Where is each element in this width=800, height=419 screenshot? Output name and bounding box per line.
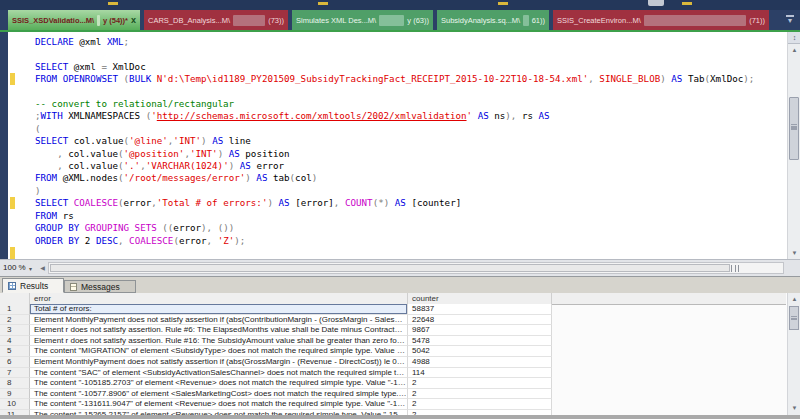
scroll-up-icon[interactable]: ▲ <box>788 294 800 305</box>
code-line: SELECT @xml = XmlDoc <box>35 61 754 73</box>
error-cell[interactable]: Element MonthlyPayment does not satisfy … <box>30 315 408 326</box>
result-row-5[interactable]: 5The content "MIGRATION" of element <Sub… <box>0 346 786 357</box>
counter-cell[interactable]: 2 <box>408 389 552 400</box>
tab-suffix: y (54))* <box>103 16 128 25</box>
error-cell[interactable]: The content "MIGRATION" of element <Subs… <box>30 346 408 357</box>
code-line: ;WITH XMLNAMESPACES ('http://schemas.mic… <box>35 110 754 122</box>
error-cell[interactable]: The content "-131611.9047" of element <R… <box>30 399 408 410</box>
row-number[interactable]: 10 <box>0 399 30 410</box>
tab-title: SSIS_CreateEnviron...M\ <box>557 16 641 25</box>
column-header-error[interactable]: error <box>30 293 408 304</box>
error-cell[interactable]: The content "-105185.2703" of element <R… <box>30 378 408 389</box>
close-icon[interactable]: x <box>131 16 136 25</box>
tab-messages[interactable]: Messages <box>64 280 136 293</box>
tab-title: SSIS_XSDValidatio...M\ <box>12 16 94 25</box>
scroll-left-icon[interactable]: ◀ <box>38 263 47 274</box>
row-number-header[interactable] <box>0 293 30 304</box>
results-pane-tabbar: Results Messages <box>0 276 800 293</box>
tab-title: Simulates XML Des...M\ <box>296 16 376 25</box>
tab-suffix: (73)) <box>268 16 284 25</box>
result-row-6[interactable]: 6Element MonthlyPayment does not satisfy… <box>0 357 786 368</box>
document-tab-2[interactable]: CARS_DB_Analysis...M\(73)) <box>144 10 288 30</box>
code-line: FROM @XML.nodes('/root/messages/error') … <box>35 172 754 184</box>
row-number[interactable]: 4 <box>0 336 30 347</box>
row-number[interactable]: 5 <box>0 346 30 357</box>
counter-cell[interactable]: 22648 <box>408 315 552 326</box>
result-row-10[interactable]: 10The content "-131611.9047" of element … <box>0 399 786 410</box>
code-line: FROM rs <box>35 210 754 222</box>
ssms-window: SSIS_XSDValidatio...M\y (54))*xCARS_DB_A… <box>0 0 800 419</box>
row-number[interactable]: 3 <box>0 325 30 336</box>
row-number[interactable]: 6 <box>0 357 30 368</box>
code-line: ( <box>35 123 754 135</box>
scroll-down-icon[interactable]: ▼ <box>788 403 800 414</box>
result-row-9[interactable]: 9The content "-10577.8906" of element <S… <box>0 389 786 400</box>
counter-cell[interactable]: 5042 <box>408 346 552 357</box>
window-top-bar <box>0 0 800 10</box>
grid-scrollbar-thumb[interactable] <box>789 306 799 330</box>
tab-suffix: 61)) <box>532 16 545 25</box>
redacted-text <box>233 15 265 26</box>
error-cell[interactable]: Element r does not satisfy assertion. Ru… <box>30 336 408 347</box>
code-line: -- convert to relational/rectangular <box>35 98 754 110</box>
row-number[interactable]: 8 <box>0 378 30 389</box>
sql-code-text[interactable]: DECLARE @xml XML; SELECT @xml = XmlDocFR… <box>0 32 754 259</box>
code-line: SELECT col.value('@line','INT') AS line <box>35 135 754 147</box>
hscrollbar-thumb[interactable] <box>50 264 730 272</box>
grid-vertical-scrollbar[interactable]: ▲ ▼ <box>787 293 800 419</box>
error-cell[interactable]: The content "SAC" of element <SubsidyAct… <box>30 368 408 379</box>
scroll-down-icon[interactable]: ▼ <box>788 248 800 259</box>
row-number[interactable]: 7 <box>0 368 30 379</box>
result-row-1[interactable]: 1Total # of errors:58837 <box>0 304 786 315</box>
editor-vertical-scrollbar[interactable]: ↕ ▲ ▼ <box>787 32 800 259</box>
counter-cell[interactable]: 114 <box>408 368 552 379</box>
tab-title: CARS_DB_Analysis...M\ <box>148 16 230 25</box>
messages-icon <box>70 283 77 291</box>
code-line: DECLARE @xml XML; <box>35 36 754 48</box>
document-tab-3[interactable]: Simulates XML Des...M\y (63)) <box>292 10 433 30</box>
editor-bottom-bar: 100 % ▾ ◀ <box>0 259 800 276</box>
zoom-dropdown-icon[interactable]: ▾ <box>29 265 32 272</box>
counter-cell[interactable]: 5478 <box>408 336 552 347</box>
grid-body: 1Total # of errors:588372Element Monthly… <box>0 304 786 419</box>
counter-cell[interactable]: 2 <box>408 399 552 410</box>
row-number[interactable]: 2 <box>0 315 30 326</box>
tab-title: SubsidyAnalysis.sq...M\ <box>441 16 520 25</box>
row-number[interactable]: 9 <box>0 389 30 400</box>
result-row-4[interactable]: 4Element r does not satisfy assertion. R… <box>0 336 786 347</box>
hscrollbar-grip-icon[interactable] <box>731 265 739 272</box>
breakpoint-tick <box>108 2 118 5</box>
counter-cell[interactable]: 4988 <box>408 357 552 368</box>
scroll-up-icon[interactable]: ▲ <box>788 45 800 56</box>
result-row-7[interactable]: 7The content "SAC" of element <SubsidyAc… <box>0 368 786 379</box>
redacted-text <box>97 15 100 26</box>
error-cell[interactable]: Total # of errors: <box>30 304 408 315</box>
document-tab-1[interactable]: SSIS_XSDValidatio...M\y (54))*x <box>8 10 140 30</box>
counter-cell[interactable]: 2 <box>408 378 552 389</box>
document-tab-strip: SSIS_XSDValidatio...M\y (54))*xCARS_DB_A… <box>0 10 800 30</box>
zoom-level[interactable]: 100 % <box>3 263 26 272</box>
result-row-2[interactable]: 2Element MonthlyPayment does not satisfy… <box>0 315 786 326</box>
tab-results[interactable]: Results <box>2 278 64 293</box>
counter-cell[interactable]: 58837 <box>408 304 552 315</box>
results-grid-icon <box>8 282 16 290</box>
counter-cell[interactable]: 9867 <box>408 325 552 336</box>
sql-editor-pane: DECLARE @xml XML; SELECT @xml = XmlDocFR… <box>0 32 800 259</box>
messages-tab-label: Messages <box>81 282 120 292</box>
result-row-8[interactable]: 8The content "-105185.2703" of element <… <box>0 378 786 389</box>
result-row-3[interactable]: 3Element r does not satisfy assertion. R… <box>0 325 786 336</box>
error-cell[interactable]: Element MonthlyPayment does not satisfy … <box>30 357 408 368</box>
document-tab-5[interactable]: SSIS_CreateEnviron...M\(71)) <box>553 10 769 30</box>
row-number[interactable]: 1 <box>0 304 30 315</box>
editor-horizontal-scrollbar[interactable] <box>48 262 784 274</box>
redacted-text <box>523 15 528 26</box>
editor-scrollbar-thumb[interactable] <box>789 97 799 160</box>
breakpoint-tick <box>318 2 328 5</box>
column-header-counter[interactable]: counter <box>408 293 552 304</box>
error-cell[interactable]: Element r does not satisfy assertion. Ru… <box>30 325 408 336</box>
document-tab-4[interactable]: SubsidyAnalysis.sq...M\61)) <box>437 10 549 30</box>
window-bottom-edge <box>0 415 800 419</box>
error-cell[interactable]: The content "-10577.8906" of element <Sa… <box>30 389 408 400</box>
splitter-handle-icon[interactable]: ↕ <box>788 32 800 44</box>
tab-list-chevron-icon[interactable]: ▾ <box>786 15 794 25</box>
